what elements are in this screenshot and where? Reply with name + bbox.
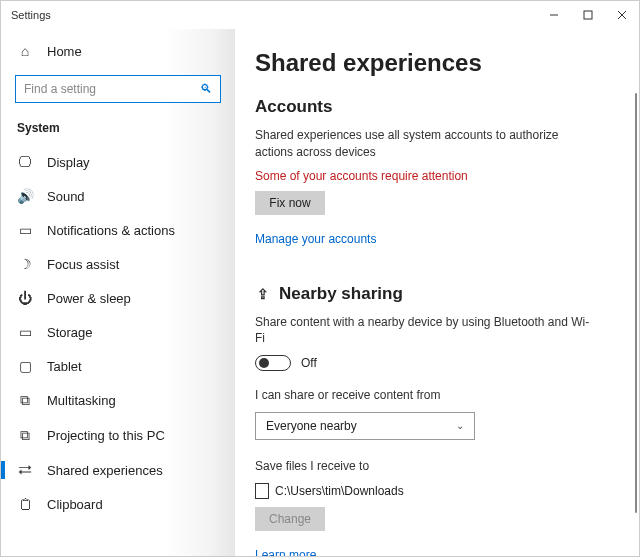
sidebar-item-label: Focus assist — [47, 257, 119, 272]
nearby-toggle-row: Off — [255, 355, 631, 371]
home-icon: ⌂ — [17, 43, 33, 59]
sidebar-home[interactable]: ⌂ Home — [1, 35, 235, 67]
multitasking-icon: ⧉ — [17, 392, 33, 409]
accounts-warning: Some of your accounts require attention — [255, 169, 631, 183]
window-title: Settings — [11, 9, 51, 21]
search-icon: 🔍︎ — [200, 82, 212, 96]
accounts-heading: Accounts — [255, 97, 631, 117]
fix-now-button[interactable]: Fix now — [255, 191, 325, 215]
save-to-label: Save files I receive to — [255, 458, 595, 475]
sidebar: ⌂ Home 🔍︎ System 🖵 Display 🔊 Sound ▭ Not… — [1, 29, 235, 556]
sound-icon: 🔊 — [17, 188, 33, 204]
sidebar-item-label: Sound — [47, 189, 85, 204]
window-controls — [537, 1, 639, 29]
content: ⌂ Home 🔍︎ System 🖵 Display 🔊 Sound ▭ Not… — [1, 29, 639, 556]
clipboard-icon: 📋︎ — [17, 496, 33, 512]
sidebar-item-label: Power & sleep — [47, 291, 131, 306]
sidebar-item-label: Clipboard — [47, 497, 103, 512]
sidebar-category: System — [1, 113, 235, 145]
storage-icon: ▭ — [17, 324, 33, 340]
notifications-icon: ▭ — [17, 222, 33, 238]
page-title: Shared experiences — [255, 49, 631, 77]
sidebar-item-label: Projecting to this PC — [47, 428, 165, 443]
share-from-value: Everyone nearby — [266, 419, 357, 433]
change-button[interactable]: Change — [255, 507, 325, 531]
nearby-sharing-icon: ⇪ — [255, 286, 271, 302]
home-label: Home — [47, 44, 82, 59]
chevron-down-icon: ⌄ — [456, 420, 464, 431]
sidebar-item-label: Display — [47, 155, 90, 170]
save-path: C:\Users\tim\Downloads — [275, 484, 404, 498]
share-from-label: I can share or receive content from — [255, 387, 595, 404]
focus-assist-icon: ☽ — [17, 256, 33, 272]
sidebar-item-label: Notifications & actions — [47, 223, 175, 238]
tablet-icon: ▢ — [17, 358, 33, 374]
sidebar-item-label: Tablet — [47, 359, 82, 374]
sidebar-item-notifications[interactable]: ▭ Notifications & actions — [1, 213, 235, 247]
close-button[interactable] — [605, 1, 639, 29]
sidebar-item-sound[interactable]: 🔊 Sound — [1, 179, 235, 213]
learn-more-link[interactable]: Learn more — [255, 548, 316, 556]
nearby-desc: Share content with a nearby device by us… — [255, 314, 595, 348]
shared-experiences-icon: ⮂ — [17, 462, 33, 478]
nearby-heading-row: ⇪ Nearby sharing — [255, 284, 631, 304]
main-panel: Shared experiences Accounts Shared exper… — [235, 29, 639, 556]
sidebar-item-shared-experiences[interactable]: ⮂ Shared experiences — [1, 453, 235, 487]
search-wrap: 🔍︎ — [1, 67, 235, 113]
sidebar-item-projecting[interactable]: ⧉ Projecting to this PC — [1, 418, 235, 453]
sidebar-item-multitasking[interactable]: ⧉ Multitasking — [1, 383, 235, 418]
manage-accounts-link[interactable]: Manage your accounts — [255, 232, 376, 246]
search-input[interactable] — [24, 82, 200, 96]
sidebar-item-tablet[interactable]: ▢ Tablet — [1, 349, 235, 383]
titlebar: Settings — [1, 1, 639, 29]
svg-rect-1 — [584, 11, 592, 19]
save-path-row: C:\Users\tim\Downloads — [255, 483, 631, 499]
power-icon: ⏻ — [17, 290, 33, 306]
sidebar-item-focus-assist[interactable]: ☽ Focus assist — [1, 247, 235, 281]
minimize-button[interactable] — [537, 1, 571, 29]
scrollbar[interactable] — [635, 93, 637, 513]
display-icon: 🖵 — [17, 154, 33, 170]
projecting-icon: ⧉ — [17, 427, 33, 444]
sidebar-item-storage[interactable]: ▭ Storage — [1, 315, 235, 349]
sidebar-item-label: Shared experiences — [47, 463, 163, 478]
folder-icon — [255, 483, 269, 499]
sidebar-item-power-sleep[interactable]: ⏻ Power & sleep — [1, 281, 235, 315]
sidebar-item-label: Multitasking — [47, 393, 116, 408]
nearby-toggle-label: Off — [301, 356, 317, 370]
sidebar-item-display[interactable]: 🖵 Display — [1, 145, 235, 179]
share-from-select[interactable]: Everyone nearby ⌄ — [255, 412, 475, 440]
nearby-toggle[interactable] — [255, 355, 291, 371]
maximize-button[interactable] — [571, 1, 605, 29]
sidebar-item-label: Storage — [47, 325, 93, 340]
accounts-desc: Shared experiences use all system accoun… — [255, 127, 595, 161]
sidebar-item-clipboard[interactable]: 📋︎ Clipboard — [1, 487, 235, 521]
nearby-heading: Nearby sharing — [279, 284, 403, 304]
search-box[interactable]: 🔍︎ — [15, 75, 221, 103]
